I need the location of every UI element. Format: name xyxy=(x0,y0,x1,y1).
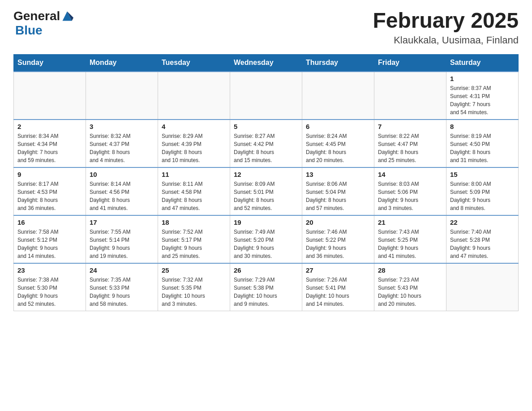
day-number: 19 xyxy=(234,218,298,226)
calendar-day-header: Sunday xyxy=(14,54,86,72)
calendar-day-header: Wednesday xyxy=(230,54,302,72)
calendar-day-cell: 19Sunrise: 7:49 AM Sunset: 5:20 PM Dayli… xyxy=(230,215,302,263)
calendar-day-cell: 26Sunrise: 7:29 AM Sunset: 5:38 PM Dayli… xyxy=(230,263,302,311)
calendar-week-row: 9Sunrise: 8:17 AM Sunset: 4:53 PM Daylig… xyxy=(14,167,519,215)
calendar-day-cell: 13Sunrise: 8:06 AM Sunset: 5:04 PM Dayli… xyxy=(302,167,374,215)
day-info: Sunrise: 8:03 AM Sunset: 5:06 PM Dayligh… xyxy=(378,180,442,212)
day-number: 26 xyxy=(234,266,298,274)
day-number: 11 xyxy=(162,171,226,178)
calendar-day-cell xyxy=(302,72,374,120)
calendar-day-cell: 8Sunrise: 8:19 AM Sunset: 4:50 PM Daylig… xyxy=(446,120,519,167)
calendar-day-cell: 21Sunrise: 7:43 AM Sunset: 5:25 PM Dayli… xyxy=(374,215,446,263)
day-number: 28 xyxy=(378,266,442,274)
title-area: February 2025 Klaukkala, Uusimaa, Finlan… xyxy=(373,9,519,46)
day-info: Sunrise: 7:43 AM Sunset: 5:25 PM Dayligh… xyxy=(378,228,442,260)
day-info: Sunrise: 7:26 AM Sunset: 5:41 PM Dayligh… xyxy=(306,276,370,308)
day-info: Sunrise: 7:46 AM Sunset: 5:22 PM Dayligh… xyxy=(306,228,370,260)
calendar-day-cell xyxy=(14,72,86,120)
calendar-week-row: 2Sunrise: 8:34 AM Sunset: 4:34 PM Daylig… xyxy=(14,120,519,167)
day-info: Sunrise: 7:23 AM Sunset: 5:43 PM Dayligh… xyxy=(378,276,442,308)
day-info: Sunrise: 8:17 AM Sunset: 4:53 PM Dayligh… xyxy=(17,180,82,212)
day-number: 17 xyxy=(90,218,154,226)
day-info: Sunrise: 8:11 AM Sunset: 4:58 PM Dayligh… xyxy=(162,180,226,212)
calendar-day-cell xyxy=(446,263,519,311)
calendar-day-cell: 1Sunrise: 8:37 AM Sunset: 4:31 PM Daylig… xyxy=(446,72,519,120)
day-number: 18 xyxy=(162,218,226,226)
day-info: Sunrise: 8:22 AM Sunset: 4:47 PM Dayligh… xyxy=(378,132,442,164)
day-number: 5 xyxy=(234,123,298,130)
day-info: Sunrise: 7:55 AM Sunset: 5:14 PM Dayligh… xyxy=(90,228,154,260)
logo-blue-text: Blue xyxy=(15,23,43,37)
day-info: Sunrise: 7:52 AM Sunset: 5:17 PM Dayligh… xyxy=(162,228,226,260)
day-info: Sunrise: 8:29 AM Sunset: 4:39 PM Dayligh… xyxy=(162,132,226,164)
day-info: Sunrise: 8:32 AM Sunset: 4:37 PM Dayligh… xyxy=(90,132,154,164)
logo-general-text: General xyxy=(13,9,60,23)
day-number: 4 xyxy=(162,123,226,130)
calendar-day-cell: 18Sunrise: 7:52 AM Sunset: 5:17 PM Dayli… xyxy=(158,215,230,263)
day-info: Sunrise: 7:40 AM Sunset: 5:28 PM Dayligh… xyxy=(450,228,515,260)
day-info: Sunrise: 7:35 AM Sunset: 5:33 PM Dayligh… xyxy=(90,276,154,308)
day-info: Sunrise: 7:58 AM Sunset: 5:12 PM Dayligh… xyxy=(17,228,82,260)
calendar-day-cell xyxy=(86,72,158,120)
day-info: Sunrise: 7:32 AM Sunset: 5:35 PM Dayligh… xyxy=(162,276,226,308)
calendar-week-row: 16Sunrise: 7:58 AM Sunset: 5:12 PM Dayli… xyxy=(14,215,519,263)
day-info: Sunrise: 7:29 AM Sunset: 5:38 PM Dayligh… xyxy=(234,276,298,308)
day-info: Sunrise: 7:38 AM Sunset: 5:30 PM Dayligh… xyxy=(17,276,82,308)
day-number: 3 xyxy=(90,123,154,130)
calendar-day-cell: 6Sunrise: 8:24 AM Sunset: 4:45 PM Daylig… xyxy=(302,120,374,167)
calendar-day-cell: 7Sunrise: 8:22 AM Sunset: 4:47 PM Daylig… xyxy=(374,120,446,167)
calendar-day-cell: 23Sunrise: 7:38 AM Sunset: 5:30 PM Dayli… xyxy=(14,263,86,311)
month-title: February 2025 xyxy=(373,9,519,33)
calendar-day-cell xyxy=(230,72,302,120)
day-info: Sunrise: 8:14 AM Sunset: 4:56 PM Dayligh… xyxy=(90,180,154,212)
day-info: Sunrise: 8:24 AM Sunset: 4:45 PM Dayligh… xyxy=(306,132,370,164)
location-title: Klaukkala, Uusimaa, Finland xyxy=(373,34,519,46)
calendar-table: SundayMondayTuesdayWednesdayThursdayFrid… xyxy=(13,54,519,311)
calendar-day-cell: 16Sunrise: 7:58 AM Sunset: 5:12 PM Dayli… xyxy=(14,215,86,263)
calendar-day-cell xyxy=(158,72,230,120)
day-number: 10 xyxy=(90,171,154,178)
day-number: 21 xyxy=(378,218,442,226)
day-number: 14 xyxy=(378,171,442,178)
day-number: 6 xyxy=(306,123,370,130)
day-number: 27 xyxy=(306,266,370,274)
page-header: General Blue February 2025 Klaukkala, Uu… xyxy=(13,9,519,46)
day-number: 13 xyxy=(306,171,370,178)
day-info: Sunrise: 7:49 AM Sunset: 5:20 PM Dayligh… xyxy=(234,228,298,260)
day-info: Sunrise: 8:37 AM Sunset: 4:31 PM Dayligh… xyxy=(450,84,515,116)
day-number: 15 xyxy=(450,171,515,178)
day-number: 20 xyxy=(306,218,370,226)
calendar-day-cell: 9Sunrise: 8:17 AM Sunset: 4:53 PM Daylig… xyxy=(14,167,86,215)
day-info: Sunrise: 8:27 AM Sunset: 4:42 PM Dayligh… xyxy=(234,132,298,164)
calendar-day-cell: 14Sunrise: 8:03 AM Sunset: 5:06 PM Dayli… xyxy=(374,167,446,215)
calendar-day-cell: 28Sunrise: 7:23 AM Sunset: 5:43 PM Dayli… xyxy=(374,263,446,311)
calendar-day-cell: 5Sunrise: 8:27 AM Sunset: 4:42 PM Daylig… xyxy=(230,120,302,167)
calendar-header-row: SundayMondayTuesdayWednesdayThursdayFrid… xyxy=(14,54,519,72)
calendar-day-header: Thursday xyxy=(302,54,374,72)
day-info: Sunrise: 8:00 AM Sunset: 5:09 PM Dayligh… xyxy=(450,180,515,212)
day-info: Sunrise: 8:19 AM Sunset: 4:50 PM Dayligh… xyxy=(450,132,515,164)
calendar-day-cell: 12Sunrise: 8:09 AM Sunset: 5:01 PM Dayli… xyxy=(230,167,302,215)
calendar-day-cell: 24Sunrise: 7:35 AM Sunset: 5:33 PM Dayli… xyxy=(86,263,158,311)
day-number: 23 xyxy=(17,266,82,274)
calendar-day-header: Friday xyxy=(374,54,446,72)
calendar-day-header: Tuesday xyxy=(158,54,230,72)
day-number: 7 xyxy=(378,123,442,130)
day-number: 22 xyxy=(450,218,515,226)
calendar-day-cell: 3Sunrise: 8:32 AM Sunset: 4:37 PM Daylig… xyxy=(86,120,158,167)
day-number: 24 xyxy=(90,266,154,274)
calendar-day-header: Monday xyxy=(86,54,158,72)
day-number: 25 xyxy=(162,266,226,274)
day-info: Sunrise: 8:34 AM Sunset: 4:34 PM Dayligh… xyxy=(17,132,82,164)
day-info: Sunrise: 8:06 AM Sunset: 5:04 PM Dayligh… xyxy=(306,180,370,212)
calendar-week-row: 1Sunrise: 8:37 AM Sunset: 4:31 PM Daylig… xyxy=(14,72,519,120)
calendar-day-cell: 4Sunrise: 8:29 AM Sunset: 4:39 PM Daylig… xyxy=(158,120,230,167)
calendar-day-cell: 11Sunrise: 8:11 AM Sunset: 4:58 PM Dayli… xyxy=(158,167,230,215)
calendar-day-cell: 2Sunrise: 8:34 AM Sunset: 4:34 PM Daylig… xyxy=(14,120,86,167)
day-number: 16 xyxy=(17,218,82,226)
calendar-day-cell: 27Sunrise: 7:26 AM Sunset: 5:41 PM Dayli… xyxy=(302,263,374,311)
calendar-day-cell: 20Sunrise: 7:46 AM Sunset: 5:22 PM Dayli… xyxy=(302,215,374,263)
calendar-day-cell: 10Sunrise: 8:14 AM Sunset: 4:56 PM Dayli… xyxy=(86,167,158,215)
day-number: 9 xyxy=(17,171,82,178)
logo-icon xyxy=(61,10,73,22)
